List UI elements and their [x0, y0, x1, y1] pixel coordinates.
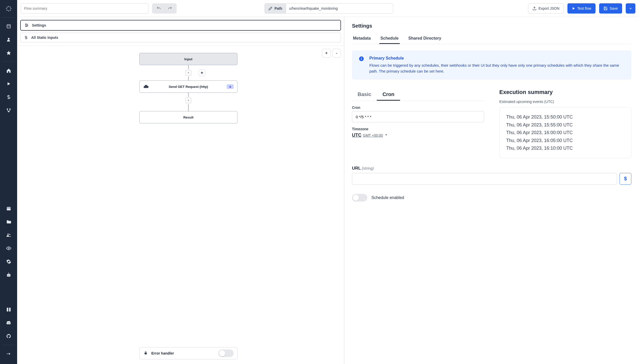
sub-tab-basic[interactable]: Basic	[352, 89, 377, 101]
info-banner: Primary Schedule Flows can be triggered …	[352, 50, 631, 80]
svg-point-18	[8, 273, 9, 273]
add-step-button[interactable]	[186, 70, 191, 76]
svg-point-7	[9, 109, 10, 110]
topbar: Path Export JSON Test flow Save	[17, 0, 639, 17]
nav-play-icon[interactable]	[3, 78, 15, 90]
svg-point-16	[9, 275, 10, 276]
sidebar-nav	[0, 0, 17, 364]
svg-point-13	[8, 248, 9, 249]
dollar-icon	[24, 36, 28, 40]
url-input[interactable]	[352, 173, 617, 185]
event-row: Thu, 06 Apr 2023, 16:10:00 UTC	[506, 144, 625, 152]
canvas-pane: Settings All Static Inputs + - Input	[17, 17, 344, 364]
svg-marker-4	[7, 82, 10, 85]
tab-metadata[interactable]: Metadata	[352, 33, 372, 44]
save-icon	[603, 6, 608, 10]
schedule-enabled-toggle[interactable]	[352, 194, 367, 202]
error-handler-toggle[interactable]	[218, 349, 234, 357]
sliders-icon	[24, 23, 29, 28]
url-var-button[interactable]: $	[620, 173, 631, 185]
step-badge: a	[227, 84, 234, 89]
flow-input-node[interactable]: Input	[139, 53, 237, 65]
path-input[interactable]	[286, 3, 393, 14]
svg-rect-14	[7, 274, 10, 277]
cron-input[interactable]	[352, 111, 484, 122]
zoom-in-button[interactable]: +	[322, 49, 331, 57]
sub-tab-cron[interactable]: Cron	[377, 89, 400, 101]
nav-folder-icon[interactable]	[3, 216, 15, 228]
tab-shared-dir[interactable]: Shared Directory	[407, 33, 442, 44]
banner-title: Primary Schedule	[369, 56, 625, 61]
flow-connector	[188, 104, 189, 111]
path-label-text: Path	[275, 6, 282, 10]
canvas-inputs-row[interactable]: All Static Inputs	[20, 33, 341, 42]
timezone-select[interactable]: UTC GMT +00:00	[352, 133, 484, 138]
settings-tabs: Metadata Schedule Shared Directory	[352, 33, 631, 44]
svg-marker-37	[385, 134, 387, 135]
svg-rect-9	[7, 207, 10, 210]
flow-connector	[188, 65, 189, 69]
event-row: Thu, 06 Apr 2023, 15:55:00 UTC	[506, 121, 625, 129]
app-logo[interactable]	[5, 3, 12, 15]
tab-schedule[interactable]: Schedule	[379, 33, 400, 44]
nav-dollar-icon[interactable]	[3, 91, 15, 103]
nav-user-icon[interactable]	[3, 33, 15, 46]
nav-github-icon[interactable]	[3, 330, 15, 342]
nav-discord-icon[interactable]	[3, 317, 15, 329]
quick-action-button[interactable]	[199, 69, 205, 76]
nav-database-icon[interactable]	[3, 20, 15, 32]
path-button[interactable]: Path	[265, 3, 286, 14]
svg-point-12	[9, 234, 10, 235]
flow-connector	[188, 76, 189, 80]
nav-home-icon[interactable]	[3, 64, 15, 77]
add-step-button[interactable]	[186, 98, 191, 103]
test-flow-button[interactable]: Test flow	[567, 3, 596, 14]
svg-point-2	[8, 38, 9, 40]
svg-point-11	[7, 233, 9, 235]
nav-users-icon[interactable]	[3, 229, 15, 241]
banner-body: Flows can be triggered by any schedules,…	[369, 63, 625, 74]
chevron-down-icon	[629, 7, 632, 10]
svg-point-25	[26, 24, 26, 25]
info-icon	[359, 56, 365, 62]
nav-book-icon[interactable]	[3, 303, 15, 316]
canvas-settings-row[interactable]: Settings	[20, 20, 341, 31]
svg-marker-21	[573, 7, 575, 9]
redo-button[interactable]	[164, 4, 176, 13]
flow-result-node[interactable]: Result	[139, 111, 237, 123]
url-label: URL	[352, 166, 361, 171]
exec-summary-title: Execution summary	[499, 89, 632, 96]
event-row: Thu, 06 Apr 2023, 16:05:00 UTC	[506, 137, 625, 145]
event-row: Thu, 06 Apr 2023, 16:00:00 UTC	[506, 129, 625, 137]
zoom-out-button[interactable]: -	[332, 49, 341, 57]
undo-button[interactable]	[153, 4, 164, 13]
svg-point-36	[361, 57, 362, 58]
flow-summary-input[interactable]	[21, 3, 149, 14]
svg-marker-3	[6, 51, 11, 55]
nav-bot-icon[interactable]	[3, 269, 15, 281]
export-json-button[interactable]: Export JSON	[528, 3, 564, 14]
cron-label: Cron	[352, 105, 484, 110]
estimated-label: Estimated upcoming events (UTC)	[499, 100, 632, 104]
canvas-inputs-label: All Static Inputs	[31, 36, 58, 40]
svg-point-26	[27, 25, 28, 26]
svg-rect-0	[7, 25, 10, 28]
error-handler-row[interactable]: Error handler	[139, 347, 237, 359]
nav-star-icon[interactable]	[3, 47, 15, 59]
flow-diagram: Input	[139, 53, 237, 123]
timezone-label: Timezone	[352, 127, 484, 131]
canvas-settings-label: Settings	[32, 23, 46, 27]
flow-step-node[interactable]: Send GET Request (http) a	[139, 80, 237, 93]
flow-connector	[188, 93, 189, 97]
svg-point-6	[7, 109, 8, 110]
nav-flow-icon[interactable]	[3, 104, 15, 116]
nav-eye-icon[interactable]	[3, 242, 15, 254]
export-icon	[532, 6, 537, 10]
nav-collapse-icon[interactable]	[3, 348, 15, 360]
save-button[interactable]: Save	[599, 3, 622, 14]
svg-marker-31	[201, 71, 203, 74]
nav-gear-icon[interactable]	[3, 255, 15, 268]
save-dropdown-button[interactable]	[626, 3, 635, 14]
nav-calendar-icon[interactable]	[3, 202, 15, 215]
svg-point-27	[26, 26, 27, 27]
